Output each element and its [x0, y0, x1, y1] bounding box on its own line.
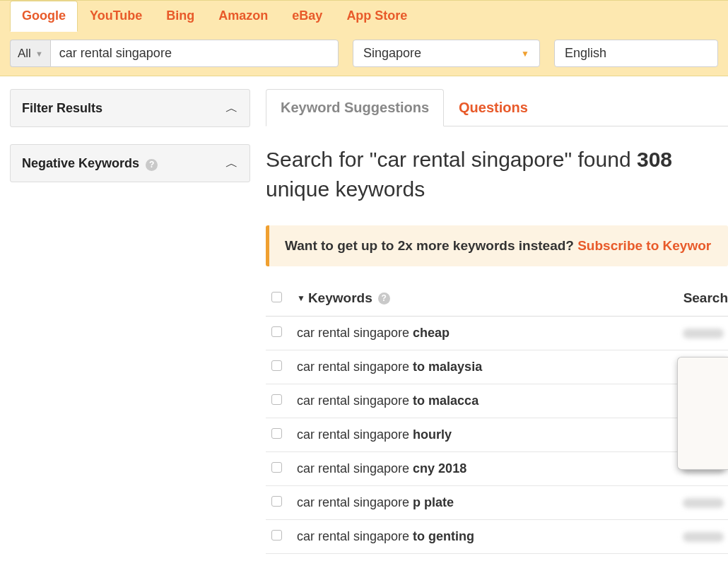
- headline-query: car rental singapore: [377, 148, 564, 171]
- sort-desc-icon: ▼: [297, 293, 305, 303]
- language-value: English: [565, 46, 606, 61]
- source-tab-google[interactable]: Google: [10, 1, 78, 32]
- negative-keywords-title: Negative Keywords ?: [22, 156, 158, 171]
- source-tab-appstore[interactable]: App Store: [334, 1, 419, 31]
- source-tabs: Google YouTube Bing Amazon eBay App Stor…: [0, 1, 728, 31]
- row-checkbox[interactable]: [271, 462, 282, 473]
- promo-text: Want to get up to 2x more keywords inste…: [285, 238, 577, 253]
- main-results: Keyword Suggestions Questions Search for…: [266, 89, 728, 554]
- source-tab-ebay[interactable]: eBay: [280, 1, 334, 31]
- content-area: Filter Results ︿ Negative Keywords ? ︿ K…: [0, 76, 728, 554]
- headline-prefix: Search for ": [266, 148, 377, 171]
- table-row: car rental singapore to malacca: [266, 384, 728, 418]
- row-checkbox[interactable]: [271, 496, 282, 507]
- keywords-column-label: Keywords: [308, 290, 372, 306]
- negative-keywords-label: Negative Keywords: [22, 156, 139, 170]
- row-checkbox[interactable]: [271, 428, 282, 439]
- table-header: ▼ Keywords ? Search: [266, 290, 728, 317]
- keyword-cell: car rental singapore p plate: [297, 495, 683, 510]
- search-volume-blurred: [683, 498, 724, 508]
- headline-count: 308: [637, 148, 672, 171]
- keyword-table: ▼ Keywords ? Search car rental singapore…: [266, 290, 728, 554]
- chevron-down-icon: ▼: [35, 49, 43, 58]
- match-type-select[interactable]: All ▼: [10, 40, 50, 67]
- search-bar-container: Google YouTube Bing Amazon eBay App Stor…: [0, 0, 728, 76]
- country-select[interactable]: Singapore ▼: [353, 40, 540, 67]
- keyword-cell: car rental singapore to malacca: [297, 394, 683, 408]
- help-icon: ?: [378, 293, 390, 305]
- language-select[interactable]: English: [554, 40, 718, 67]
- keyword-cell: car rental singapore hourly: [297, 427, 683, 442]
- search-volume-blurred: [683, 329, 724, 338]
- row-checkbox[interactable]: [271, 530, 282, 540]
- sidebar: Filter Results ︿ Negative Keywords ? ︿: [10, 89, 250, 554]
- results-headline: Search for "car rental singapore" found …: [266, 145, 728, 204]
- chevron-up-icon: ︿: [225, 155, 238, 172]
- table-row: car rental singapore hourly: [266, 418, 728, 452]
- floating-side-panel[interactable]: [677, 357, 728, 470]
- chevron-up-icon: ︿: [225, 100, 238, 117]
- select-all-checkbox[interactable]: [271, 292, 282, 302]
- negative-keywords-panel[interactable]: Negative Keywords ? ︿: [10, 144, 250, 182]
- keywords-column-header[interactable]: ▼ Keywords ?: [297, 290, 390, 306]
- tab-keyword-suggestions[interactable]: Keyword Suggestions: [266, 89, 444, 126]
- chevron-down-icon: ▼: [521, 49, 529, 59]
- headline-mid: " found: [565, 148, 637, 171]
- result-tabs: Keyword Suggestions Questions: [266, 89, 728, 126]
- table-row: car rental singapore cny 2018: [266, 452, 728, 486]
- search-volume-blurred: [683, 532, 724, 542]
- keyword-input[interactable]: [50, 40, 339, 67]
- keyword-cell: car rental singapore to malaysia: [297, 360, 683, 374]
- tab-questions[interactable]: Questions: [444, 89, 543, 126]
- country-value: Singapore: [363, 46, 421, 61]
- table-row: car rental singapore to genting: [266, 520, 728, 554]
- promo-link[interactable]: Subscribe to Keywor: [577, 238, 711, 253]
- help-icon: ?: [146, 159, 158, 171]
- search-volume-column-header[interactable]: Search: [683, 290, 728, 306]
- table-row: car rental singapore p plate: [266, 486, 728, 520]
- source-tab-amazon[interactable]: Amazon: [206, 1, 280, 31]
- source-tab-youtube[interactable]: YouTube: [78, 1, 154, 31]
- table-row: car rental singapore to malaysia: [266, 350, 728, 384]
- row-checkbox[interactable]: [271, 394, 282, 405]
- search-group: All ▼: [10, 40, 339, 67]
- row-checkbox[interactable]: [271, 326, 282, 337]
- keyword-cell: car rental singapore cny 2018: [297, 461, 683, 476]
- filter-results-title: Filter Results: [22, 101, 102, 116]
- keyword-cell: car rental singapore to genting: [297, 529, 683, 544]
- source-tab-bing[interactable]: Bing: [154, 1, 206, 31]
- table-row: car rental singapore cheap: [266, 317, 728, 350]
- promo-banner: Want to get up to 2x more keywords inste…: [266, 225, 728, 266]
- row-checkbox[interactable]: [271, 360, 282, 371]
- keyword-cell: car rental singapore cheap: [297, 326, 683, 341]
- headline-suffix: unique keywords: [266, 177, 425, 201]
- filter-results-panel[interactable]: Filter Results ︿: [10, 89, 250, 127]
- match-type-label: All: [18, 47, 31, 61]
- search-row: All ▼ Singapore ▼ English: [0, 31, 728, 67]
